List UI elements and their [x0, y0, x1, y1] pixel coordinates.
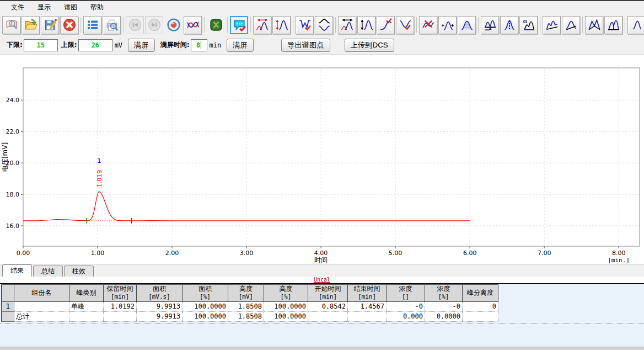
table-cell[interactable]: -0: [387, 301, 425, 311]
tab-results[interactable]: 结果: [2, 264, 32, 277]
peak-height-icon[interactable]: [357, 16, 375, 34]
table-cell[interactable]: [69, 311, 104, 321]
svg-text:2.00: 2.00: [165, 250, 179, 257]
table-cell[interactable]: [348, 311, 387, 321]
table-row[interactable]: 总计9.9913100.00001.8508100.00000.0000.000…: [2, 311, 498, 321]
upload-dcs-button[interactable]: 上传到DCS: [345, 39, 394, 52]
table-cell[interactable]: [463, 311, 498, 321]
upper-limit-label: 上限:: [61, 40, 77, 50]
method-list-icon[interactable]: [83, 16, 101, 34]
preview-report-icon[interactable]: [2, 16, 20, 34]
results-table[interactable]: 组份名峰类别保留时间[min]面积[mV.s]面积[%]高度[mV]高度[%]开…: [1, 284, 498, 322]
table-cell[interactable]: [14, 301, 69, 311]
toolbar-separator: [416, 17, 417, 33]
table-cell[interactable]: 100.0000: [183, 301, 228, 311]
svg-text:1.00: 1.00: [91, 250, 105, 257]
valley-baseline-icon[interactable]: [585, 16, 603, 34]
menu-file[interactable]: 文件: [4, 1, 31, 14]
lower-limit-input[interactable]: 15: [24, 39, 58, 51]
table-cell[interactable]: 1.8508: [228, 301, 264, 311]
table-cell[interactable]: 0.000: [387, 311, 425, 321]
drop-line-icon[interactable]: [604, 16, 622, 34]
save-edit-icon[interactable]: [41, 16, 59, 34]
column-header[interactable]: 高度[mV]: [228, 285, 264, 302]
svg-text:22.0: 22.0: [6, 128, 20, 135]
table-cell[interactable]: 1.4567: [348, 301, 387, 311]
manual-peak-icon[interactable]: [438, 16, 457, 34]
min-unit-label: min: [210, 41, 222, 49]
upper-limit-input[interactable]: 26: [78, 39, 112, 51]
column-header[interactable]: 保留时间[min]: [104, 285, 137, 302]
annotation-icon[interactable]: [230, 16, 248, 34]
peak-width-icon[interactable]: [338, 16, 356, 34]
fullscreen-y-button[interactable]: 满屏: [128, 39, 155, 52]
toolbar: G: [0, 14, 644, 36]
app-window: 文件 显示 谱图 帮助 G 下限: 15 上限: 26 mV 满屏 满屏时间: …: [0, 0, 644, 350]
print-preview-icon[interactable]: [103, 16, 121, 34]
split-peak-icon[interactable]: [500, 16, 518, 34]
toolbar-separator: [335, 17, 336, 33]
record-icon[interactable]: [164, 16, 183, 34]
column-header[interactable]: 组份名: [14, 285, 69, 302]
negative-peak-icon[interactable]: [296, 16, 314, 34]
fulltime-input[interactable]: 8: [191, 39, 207, 51]
svg-text:0.00: 0.00: [17, 250, 30, 257]
tangent-skim-icon[interactable]: [562, 16, 580, 34]
table-cell[interactable]: -0: [425, 301, 463, 311]
results-tabbar: 结果 总结 柱效: [0, 264, 644, 277]
table-cell[interactable]: 100.0000: [264, 311, 308, 321]
export-points-button[interactable]: 导出谱图点: [281, 39, 330, 52]
toolbar-separator: [293, 17, 293, 33]
tab-column-efficiency[interactable]: 柱效: [64, 266, 94, 277]
menu-help[interactable]: 帮助: [84, 1, 110, 14]
svg-text:18.0: 18.0: [6, 191, 20, 198]
peak-area-icon[interactable]: [458, 16, 476, 34]
fullscreen-x-button[interactable]: 满屏: [227, 39, 254, 52]
accept-rising-icon[interactable]: [377, 16, 395, 34]
table-row[interactable]: 1单峰1.01929.9913100.00001.8508100.00000.8…: [2, 301, 498, 311]
table-cell[interactable]: 1.8508: [228, 311, 264, 321]
column-header[interactable]: 高度[%]: [264, 285, 308, 302]
table-cell[interactable]: 0.0000: [425, 311, 463, 321]
column-header[interactable]: 浓度[]: [387, 285, 425, 302]
export-excel-icon[interactable]: [207, 16, 225, 34]
invert-peak-icon[interactable]: [315, 16, 333, 34]
lower-limit-label: 下限:: [7, 40, 23, 50]
peak-height-red-icon[interactable]: [272, 16, 291, 34]
toolbar-separator: [250, 17, 251, 33]
reject-peak-icon[interactable]: [419, 16, 437, 34]
table-cell[interactable]: 100.0000: [183, 311, 228, 321]
svg-text:[min.]: [min.]: [608, 257, 630, 264]
peak-width-red-icon[interactable]: [253, 16, 271, 34]
column-header[interactable]: 峰类别: [69, 285, 104, 302]
tab-summary[interactable]: 总结: [33, 266, 63, 277]
table-cell[interactable]: 单峰: [69, 301, 104, 311]
show-curves-icon[interactable]: [184, 16, 202, 34]
extra-peak-icon[interactable]: [627, 16, 644, 34]
column-header[interactable]: 结束时间[min]: [348, 285, 387, 302]
column-header[interactable]: 面积[%]: [183, 285, 228, 302]
table-cell[interactable]: 9.9913: [137, 311, 183, 321]
close-icon[interactable]: [60, 16, 78, 34]
table-cell[interactable]: 0: [463, 301, 498, 311]
table-cell[interactable]: 总计: [14, 311, 69, 321]
menu-display[interactable]: 显示: [31, 1, 57, 14]
menu-spectrum[interactable]: 谱图: [57, 1, 84, 14]
open-file-icon[interactable]: [22, 16, 40, 34]
column-header[interactable]: 面积[mV.s]: [137, 285, 183, 302]
group-peaks-icon[interactable]: G: [519, 16, 538, 34]
toolbar-separator: [80, 17, 81, 33]
table-cell[interactable]: 9.9913: [137, 301, 183, 311]
toolbar-separator: [204, 17, 205, 33]
skim-peaks-icon[interactable]: [543, 16, 561, 34]
accept-valley-icon[interactable]: [396, 16, 414, 34]
column-header[interactable]: 浓度[%]: [425, 285, 463, 302]
column-header[interactable]: 峰分离度: [463, 285, 498, 302]
table-cell[interactable]: [104, 311, 137, 321]
force-baseline-icon[interactable]: [481, 16, 499, 34]
table-cell[interactable]: 0.8542: [308, 301, 348, 311]
table-cell[interactable]: [308, 311, 348, 321]
table-cell[interactable]: 100.0000: [264, 301, 308, 311]
column-header[interactable]: 开始时间[min]: [308, 285, 348, 302]
table-cell[interactable]: 1.0192: [104, 301, 137, 311]
